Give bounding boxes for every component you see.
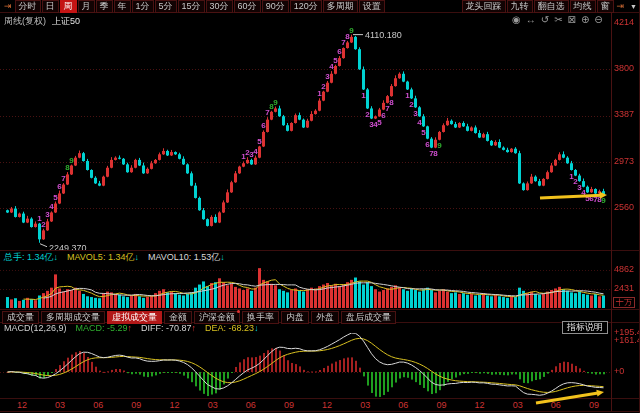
volume-chart-canvas[interactable] xyxy=(0,262,612,310)
price-axis-label-4214: 4214 xyxy=(614,18,634,27)
trend-arrow-icon: ↓ xyxy=(134,252,139,262)
period-tab-120分[interactable]: 120分 xyxy=(290,0,322,13)
volume-stat-MAVOL5: MAVOL5: 1.34亿↓ xyxy=(67,252,139,262)
date-axis-label: 03 xyxy=(208,400,218,410)
date-axis-label: 09 xyxy=(589,400,599,410)
app-window: ⇥ 分时日周月季年1分5分15分30分60分90分120分多周期设置 龙头回踩九… xyxy=(0,0,640,413)
toolbar-right-buttons: 龙头回踩九转翻自选均线窗 xyxy=(462,0,614,13)
tool-button-均线[interactable]: 均线 xyxy=(570,0,596,13)
period-tab-30分[interactable]: 30分 xyxy=(206,0,233,13)
trend-arrow-icon: ↓ xyxy=(54,252,59,262)
period-tab-60分[interactable]: 60分 xyxy=(234,0,261,13)
period-tab-1分[interactable]: 1分 xyxy=(132,0,154,13)
macd-stat-DEA: DEA: -68.23↓ xyxy=(205,323,259,333)
pan-hand-icon[interactable]: ↔ xyxy=(526,14,536,25)
symbol-label: 上证50 xyxy=(52,16,80,26)
collapse-right-icon[interactable]: ⇥ xyxy=(615,1,627,12)
date-axis-label: 06 xyxy=(246,400,256,410)
scissors-icon[interactable]: ✂ xyxy=(554,14,562,25)
macd-axis-label-+0: +0 xyxy=(614,367,624,376)
date-axis-label: 06 xyxy=(551,400,561,410)
date-axis-label: 12 xyxy=(322,400,332,410)
separator-line xyxy=(0,309,640,310)
indicator-tab-盘后成交量[interactable]: 盘后成交量 xyxy=(341,311,396,324)
date-axis-label: 12 xyxy=(170,400,180,410)
zoom-in-icon[interactable]: ⊕ xyxy=(581,14,589,25)
volume-axis-label-4862: 4862 xyxy=(614,265,634,274)
undo-icon[interactable]: ↺ xyxy=(541,14,549,25)
date-axis-label: 12 xyxy=(475,400,485,410)
date-axis-label: 09 xyxy=(284,400,294,410)
macd-axis-label-+161.4: +161.4 xyxy=(614,336,640,345)
date-axis-label: 03 xyxy=(360,400,370,410)
period-tab-月[interactable]: 月 xyxy=(78,0,95,13)
lock-icon[interactable]: ⊠ xyxy=(568,14,576,25)
price-axis-label-3387: 3387 xyxy=(614,110,634,119)
period-tab-年[interactable]: 年 xyxy=(114,0,131,13)
date-axis-label: 03 xyxy=(55,400,65,410)
eye-icon[interactable]: ◉ xyxy=(512,14,521,25)
date-axis-label: 12 xyxy=(17,400,27,410)
period-tab-分时[interactable]: 分时 xyxy=(15,0,41,13)
date-axis-label: 03 xyxy=(513,400,523,410)
macd-stat-DIFF: DIFF: -70.87↑ xyxy=(141,323,196,333)
trend-arrow-icon: ↓ xyxy=(254,323,259,333)
volume-unit-box: 十万 xyxy=(613,297,635,308)
tool-button-窗[interactable]: 窗 xyxy=(597,0,614,13)
price-axis-label-2560: 2560 xyxy=(614,203,634,212)
price-axis-label-2973: 2973 xyxy=(614,157,634,166)
macd-stat-MACD: MACD: -5.29↑ xyxy=(76,323,133,333)
volume-stat-总手: 总手: 1.34亿↓ xyxy=(4,252,58,262)
chart-tool-icons: ◉↔↺✂⊠⊕⊖ xyxy=(512,14,603,25)
indicator-tab-内盘[interactable]: 内盘 xyxy=(281,311,309,324)
dropdown-icon[interactable]: ▼ xyxy=(627,3,640,10)
period-toolbar: ⇥ 分时日周月季年1分5分15分30分60分90分120分多周期设置 龙头回踩九… xyxy=(0,0,640,13)
separator-line xyxy=(0,411,640,412)
trend-arrow-icon: ↑ xyxy=(192,323,197,333)
period-tab-设置[interactable]: 设置 xyxy=(359,0,385,13)
volume-stat-MAVOL10: MAVOL10: 1.53亿↓ xyxy=(148,252,225,262)
period-tab-90分[interactable]: 90分 xyxy=(262,0,289,13)
price-axis-label-3800: 3800 xyxy=(614,64,634,73)
trend-arrow-icon: ↓ xyxy=(220,252,225,262)
date-axis-label: 09 xyxy=(436,400,446,410)
zoom-out-icon[interactable]: ⊖ xyxy=(594,14,602,25)
tool-button-九转[interactable]: 九转 xyxy=(507,0,533,13)
period-tab-周[interactable]: 周 xyxy=(60,0,77,13)
period-tab-多周期[interactable]: 多周期 xyxy=(323,0,358,13)
date-axis-label: 06 xyxy=(398,400,408,410)
separator-line xyxy=(0,250,640,251)
volume-header: 总手: 1.34亿↓MAVOL5: 1.34亿↓MAVOL10: 1.53亿↓ xyxy=(4,252,225,262)
volume-axis-label-2431: 2431 xyxy=(614,284,634,293)
chart-subheader: 周线(复权)上证50 xyxy=(4,15,80,28)
period-tab-15分[interactable]: 15分 xyxy=(178,0,205,13)
trend-arrow-icon: ↑ xyxy=(128,323,133,333)
date-axis-label: 09 xyxy=(131,400,141,410)
date-axis-label: 06 xyxy=(93,400,103,410)
period-tabs: 分时日周月季年1分5分15分30分60分90分120分多周期设置 xyxy=(15,0,385,13)
period-label: 周线(复权) xyxy=(4,16,46,26)
main-chart-canvas[interactable] xyxy=(0,14,612,250)
macd-header: MACD(12,26,9)MACD: -5.29↑DIFF: -70.87↑DE… xyxy=(4,323,259,333)
tool-button-翻自选[interactable]: 翻自选 xyxy=(534,0,569,13)
period-tab-日[interactable]: 日 xyxy=(42,0,59,13)
tool-button-龙头回踩[interactable]: 龙头回踩 xyxy=(462,0,506,13)
indicator-tab-外盘[interactable]: 外盘 xyxy=(311,311,339,324)
period-tab-季[interactable]: 季 xyxy=(96,0,113,13)
period-tab-5分[interactable]: 5分 xyxy=(155,0,177,13)
indicator-help-button[interactable]: 指标说明 xyxy=(562,321,608,334)
separator-line xyxy=(0,398,640,399)
macd-params-label: MACD(12,26,9) xyxy=(4,323,67,333)
new-badge-dot xyxy=(237,310,240,313)
collapse-left-icon[interactable]: ⇥ xyxy=(2,1,14,12)
